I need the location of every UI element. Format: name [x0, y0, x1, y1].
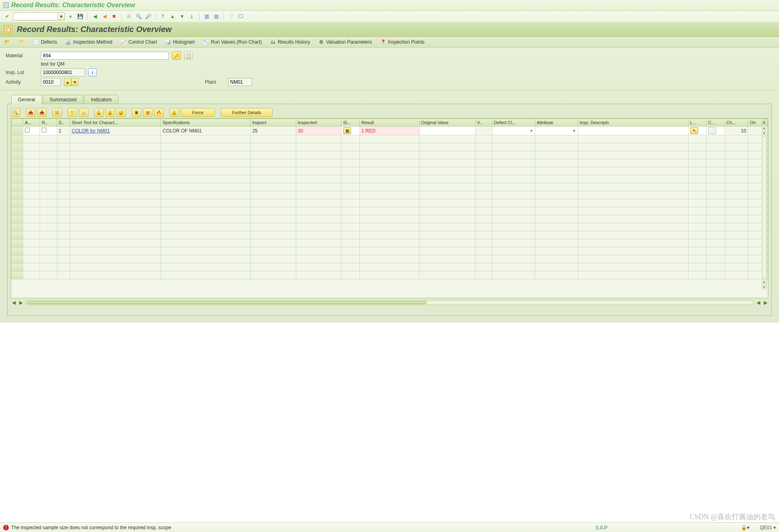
gt-calc-icon[interactable]: 🖩 — [132, 108, 141, 117]
hscroll-left2-icon[interactable]: ◀ — [755, 300, 761, 305]
col-si[interactable]: Si... — [341, 119, 359, 126]
col-defectcl[interactable]: Defect Cl... — [492, 119, 535, 126]
next-page-icon[interactable]: ▼ — [178, 12, 186, 20]
last-page-icon[interactable]: ⤓ — [188, 12, 196, 20]
material-copy-button[interactable]: 📋 — [184, 52, 193, 60]
back-icon[interactable]: ◀ — [91, 12, 99, 20]
layout-icon[interactable]: ▤ — [212, 12, 220, 20]
new-session-icon[interactable]: ▥ — [203, 12, 211, 20]
collapse-icon[interactable]: 📁 — [17, 38, 26, 46]
gt-sort-asc-icon[interactable]: ▽ — [68, 108, 77, 117]
cell-inspected[interactable]: 30 — [296, 126, 341, 135]
inspection-points-button[interactable]: 📍Inspection Points — [378, 38, 426, 46]
cell-shorttext[interactable]: COLOR for NM01 — [70, 126, 161, 135]
gt-export-icon[interactable]: 📤 — [26, 108, 36, 117]
col-ch[interactable]: Ch... — [725, 119, 748, 126]
hscroll-right2-icon[interactable]: ▶ — [763, 300, 768, 305]
scroll-down2-icon[interactable]: ▼ — [762, 285, 767, 289]
gt-select-all-icon[interactable]: ☑ — [52, 108, 62, 117]
col-rowselect[interactable] — [12, 119, 23, 126]
cell-c[interactable]: 📄 — [707, 126, 725, 135]
cancel-icon[interactable]: ✖ — [110, 12, 118, 20]
cell-inspdesc[interactable] — [578, 126, 689, 135]
col-l[interactable]: L... — [688, 119, 706, 126]
l-edit-icon[interactable]: ✎ — [690, 127, 698, 134]
c-doc-icon[interactable]: 📄 — [708, 127, 716, 134]
gt-import-icon[interactable]: 📥 — [37, 108, 47, 117]
col-v[interactable]: V... — [475, 119, 492, 126]
col-result[interactable]: Result — [359, 119, 419, 126]
hscroll-right-icon[interactable]: ▶ — [18, 300, 24, 305]
cell-r[interactable] — [40, 126, 57, 135]
further-details-button[interactable]: Further Details — [221, 108, 273, 117]
cell-defectcl[interactable]: ▼ — [492, 126, 535, 135]
scroll-up2-icon[interactable]: ▲ — [762, 279, 767, 284]
histogram-button[interactable]: 📊Histogram — [163, 38, 197, 46]
hscroll-thumb[interactable] — [26, 301, 427, 304]
table-row[interactable]: 1 COLOR for NM01 COLOR OF NM01 25 30 ▦ 1… — [12, 126, 768, 135]
tab-summarized[interactable]: Summarized — [43, 95, 83, 104]
help-icon[interactable]: ❔ — [227, 12, 235, 20]
cell-a[interactable] — [23, 126, 40, 135]
exit-icon[interactable]: ◀ — [100, 12, 108, 20]
hscroll-track[interactable] — [25, 300, 754, 305]
force-button[interactable]: Force — [181, 108, 215, 117]
col-specs[interactable]: Specifications — [161, 119, 251, 126]
cell-result[interactable]: 1 RED — [359, 126, 419, 135]
defects-button[interactable]: 📄Defects — [31, 38, 59, 46]
enter-button[interactable]: ✔ — [3, 12, 11, 20]
inspection-method-button[interactable]: 🔬Inspection Method — [64, 38, 114, 46]
results-history-button[interactable]: 🗂Results History — [268, 38, 312, 46]
back-button[interactable]: « — [66, 12, 74, 20]
col-shorttext[interactable]: Short Text for Charact... — [70, 119, 161, 126]
run-values-button[interactable]: 📉Run Values (Run Chart) — [201, 38, 263, 46]
col-origvalue[interactable]: Original Value — [420, 119, 476, 126]
cell-si[interactable]: ▦ — [341, 126, 359, 135]
cell-attribute[interactable]: ▼ — [535, 126, 578, 135]
gt-grid-icon[interactable]: ▦ — [143, 108, 153, 117]
valuation-parameters-button[interactable]: ⚙Valuation Parameters — [317, 38, 374, 46]
control-chart-button[interactable]: 📈Control Chart — [119, 38, 159, 46]
si-f4-icon[interactable]: ▦ — [343, 127, 351, 134]
gt-lock2-icon[interactable]: 🔐 — [116, 108, 126, 117]
material-field[interactable] — [41, 52, 169, 60]
material-search-button[interactable]: 🔑 — [172, 52, 181, 60]
col-s[interactable]: S.. — [57, 119, 70, 126]
col-c[interactable]: C... — [707, 119, 725, 126]
gt-flame-icon[interactable]: 🔥 — [154, 108, 164, 117]
cell-l[interactable]: ✎ — [688, 126, 706, 135]
prev-page-icon[interactable]: ▲ — [169, 12, 177, 20]
grid-hscroll[interactable]: ◀ ▶ ◀ ▶ — [11, 300, 768, 305]
activity-field[interactable] — [41, 78, 61, 86]
gt-padlock-icon[interactable]: 🔒 — [169, 108, 179, 117]
results-grid[interactable]: A... R... S.. Short Text for Charact... … — [11, 118, 768, 298]
gt-sort-desc-icon[interactable]: △ — [79, 108, 88, 117]
col-inspected[interactable]: Inspected — [296, 119, 341, 126]
tab-general[interactable]: General — [11, 95, 42, 104]
col-attribute[interactable]: Attribute — [535, 119, 578, 126]
col-inspect[interactable]: Inspect — [251, 119, 296, 126]
activity-stepper[interactable]: ▴ ▾ — [64, 78, 78, 86]
gt-details-icon[interactable]: 🔍 — [11, 108, 20, 117]
expand-icon[interactable]: 📂 — [2, 38, 12, 46]
gt-lock-icon[interactable]: 🔒 — [105, 108, 115, 117]
col-a[interactable]: A... — [23, 119, 40, 126]
config-col-icon[interactable]: ▦ — [762, 120, 767, 124]
command-field[interactable]: ▾ — [13, 12, 65, 20]
chevron-down-icon[interactable]: ▼ — [530, 129, 533, 133]
tab-indicators[interactable]: Indicators — [84, 95, 118, 104]
col-r[interactable]: R... — [40, 119, 57, 126]
grid-vscroll[interactable]: ▦ ▲ ▼ ▲ ▼ — [761, 119, 767, 290]
chevron-down-icon[interactable]: ▼ — [572, 129, 576, 133]
cell-origvalue[interactable] — [420, 126, 476, 135]
scroll-up-icon[interactable]: ▲ — [762, 125, 767, 130]
save-button[interactable]: 💾 — [76, 12, 84, 20]
first-page-icon[interactable]: ⤒ — [159, 12, 167, 20]
insp-lot-info-button[interactable]: i — [88, 68, 97, 76]
row-selector[interactable] — [12, 126, 23, 135]
col-inspdesc[interactable]: Insp. Descriptn — [578, 119, 689, 126]
activity-down-icon[interactable]: ▾ — [71, 78, 78, 86]
hscroll-left-icon[interactable]: ◀ — [11, 300, 16, 305]
scroll-down-icon[interactable]: ▼ — [762, 131, 767, 136]
customize-icon[interactable]: 🖵 — [237, 12, 245, 20]
